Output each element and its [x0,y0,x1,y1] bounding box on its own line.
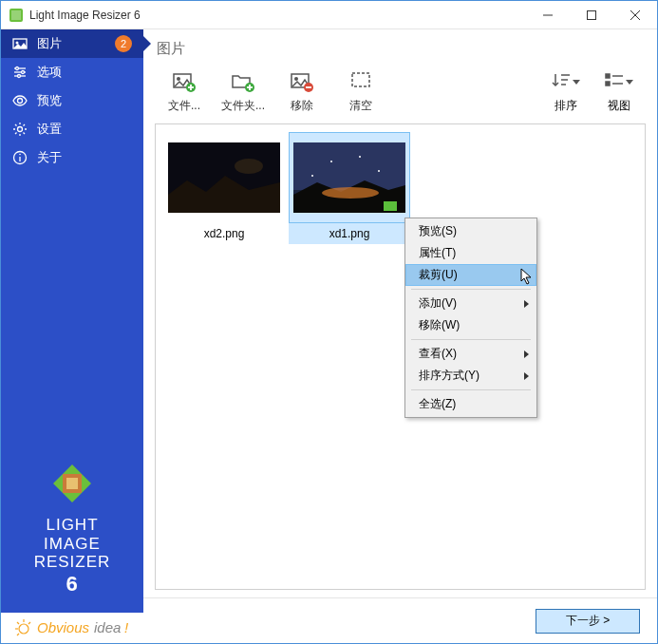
sidebar-item-label: 设置 [37,121,132,138]
svg-point-58 [330,161,332,162]
menu-separator [411,339,531,340]
menu-item-view[interactable]: 查看(X) [405,343,536,365]
sidebar-item-options[interactable]: 选项 [1,58,143,86]
page-title: 图片 [143,29,657,67]
clear-button[interactable]: 清空 [331,69,390,114]
logo-line: IMAGE [44,535,101,553]
menu-item-preview[interactable]: 预览(S) [405,220,536,242]
next-button[interactable]: 下一步 > [536,609,640,634]
svg-point-13 [18,75,21,78]
footer: 下一步 > [143,597,657,643]
menu-item-sortby[interactable]: 排序方式(Y) [405,365,536,387]
svg-line-25 [17,622,19,624]
view-icon [605,72,624,92]
svg-text:idea: idea [94,619,121,635]
titlebar: Light Image Resizer 6 [1,1,657,29]
chevron-right-icon [524,300,529,308]
svg-marker-53 [626,80,633,85]
menu-item-properties[interactable]: 属性(T) [405,242,536,264]
svg-line-27 [17,634,19,635]
logo-line: RESIZER [34,553,111,571]
add-file-button[interactable]: 文件... [155,69,214,114]
svg-rect-49 [606,74,610,78]
chevron-down-icon [573,75,580,88]
images-icon [12,36,28,51]
thumbnail-caption: xd1.png [289,223,410,244]
toolbar-label: 文件夹... [214,98,273,114]
menu-separator [411,289,531,290]
svg-point-59 [359,156,361,158]
menu-item-add[interactable]: 添加(V) [405,293,536,314]
sidebar-item-label: 图片 [37,35,115,52]
add-folder-button[interactable]: 文件夹... [214,69,273,114]
svg-point-12 [22,71,25,74]
sidebar: 图片 2 选项 预览 设置 关于 [1,29,143,643]
thumbnail-item[interactable]: xd2.png [163,132,285,244]
eye-icon [12,93,28,108]
menu-separator [411,389,531,390]
chevron-down-icon [626,75,633,88]
svg-line-26 [28,622,30,624]
svg-point-15 [18,127,23,132]
toolbar-label: 排序 [539,98,592,114]
sidebar-item-preview[interactable]: 预览 [1,86,143,115]
app-icon [9,8,24,23]
app-logo: LIGHT IMAGE RESIZER 6 [34,451,111,613]
sliders-icon [12,65,28,80]
sidebar-item-images[interactable]: 图片 2 [1,29,143,58]
svg-point-18 [19,154,21,156]
chevron-right-icon [524,372,529,380]
minimize-button[interactable] [526,1,570,29]
toolbar-label: 视图 [592,98,646,114]
main-panel: 图片 文件... 文件夹... 移除 清空 [143,29,657,643]
toolbar-label: 清空 [331,98,390,114]
sort-button[interactable]: 排序 [539,69,592,114]
maximize-button[interactable] [570,1,613,29]
svg-point-11 [16,67,19,70]
chevron-right-icon [524,350,529,358]
sidebar-item-settings[interactable]: 设置 [1,115,143,143]
svg-rect-57 [293,142,405,190]
logo-line: 6 [34,572,111,596]
svg-rect-1 [11,10,21,20]
svg-point-40 [294,77,298,81]
sidebar-item-label: 预览 [37,92,132,109]
svg-rect-3 [588,10,596,19]
info-icon [12,150,28,165]
remove-button[interactable]: 移除 [273,69,331,114]
svg-point-32 [177,77,180,81]
svg-text:Obvious: Obvious [37,619,90,635]
svg-rect-63 [384,201,397,211]
sidebar-footer: LIGHT IMAGE RESIZER 6 Obvious idea ! [1,451,143,643]
thumbnail-item[interactable]: xd1.png [289,132,410,244]
add-folder-icon [214,69,273,94]
sidebar-item-about[interactable]: 关于 [1,143,143,172]
svg-point-55 [235,159,263,174]
menu-item-selectall[interactable]: 全选(Z) [405,393,536,415]
thumbnail-area[interactable]: xd2.png xd1.png 预览(S) 属性(T) 裁剪(U) 添加(V) … [155,123,646,590]
toolbar: 文件... 文件夹... 移除 清空 排序 [143,67,657,123]
svg-point-22 [19,624,28,634]
toolbar-label: 文件... [155,98,214,114]
add-file-icon [155,69,214,94]
sort-icon [552,72,571,92]
gear-icon [12,122,28,137]
svg-point-60 [378,170,380,172]
menu-item-remove[interactable]: 移除(W) [405,314,536,336]
window-title: Light Image Resizer 6 [29,9,141,22]
svg-marker-48 [573,80,580,85]
svg-point-14 [18,99,23,104]
app-window: Light Image Resizer 6 图片 2 选项 预览 [0,0,658,644]
svg-text:!: ! [124,619,129,635]
close-button[interactable] [613,1,657,29]
menu-item-crop[interactable]: 裁剪(U) [405,264,536,286]
context-menu: 预览(S) 属性(T) 裁剪(U) 添加(V) 移除(W) 查看(X) 排序方式… [404,218,537,418]
sidebar-item-label: 选项 [37,64,132,81]
obviousidea-logo[interactable]: Obvious idea ! [1,613,143,643]
clear-icon [331,69,390,94]
toolbar-label: 移除 [273,98,331,114]
view-button[interactable]: 视图 [592,69,646,114]
images-count-badge: 2 [115,35,132,52]
logo-line: LIGHT [46,516,98,534]
svg-rect-21 [66,478,78,489]
